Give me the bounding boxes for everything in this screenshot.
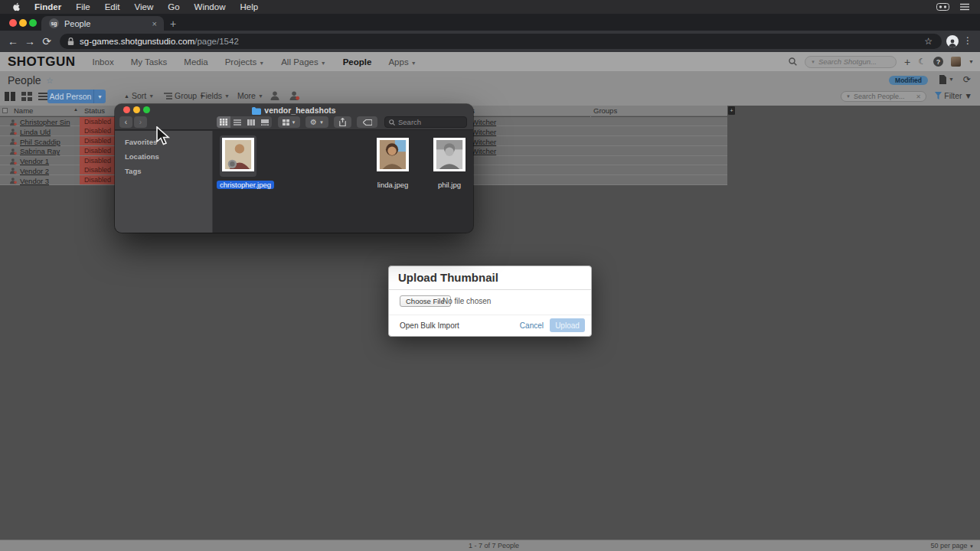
- lock-icon: [67, 37, 74, 46]
- view-panel-icon[interactable]: [5, 92, 15, 101]
- person-name-link[interactable]: Vendor 3: [20, 177, 49, 185]
- column-header-groups[interactable]: Groups: [593, 106, 617, 115]
- menu-file[interactable]: File: [76, 2, 90, 11]
- project-link[interactable]: Witcher: [472, 118, 496, 126]
- tags-button[interactable]: [357, 116, 377, 128]
- person-name-link[interactable]: Vendor 1: [20, 157, 49, 165]
- file-item-linda[interactable]: linda.jpeg: [371, 135, 414, 191]
- finder-search-input[interactable]: Search: [384, 116, 467, 128]
- user-avatar[interactable]: [951, 57, 961, 67]
- browser-menu-icon[interactable]: ⋮: [963, 35, 972, 46]
- person-status-icon[interactable]: [289, 91, 300, 100]
- open-bulk-import-link[interactable]: Open Bulk Import: [400, 321, 459, 330]
- view-grid-icon[interactable]: [21, 92, 32, 101]
- global-search-input[interactable]: ▼Search Shotgun...: [805, 56, 897, 68]
- window-minimize-button[interactable]: [19, 19, 27, 27]
- refresh-icon[interactable]: ⟳: [963, 74, 971, 85]
- follow-person-icon[interactable]: [270, 91, 280, 100]
- action-gear-button[interactable]: ⚙▼: [305, 116, 328, 128]
- per-page-selector[interactable]: 50 per page ▼: [930, 542, 974, 549]
- window-zoom-button[interactable]: [29, 19, 37, 27]
- share-button[interactable]: [334, 116, 351, 128]
- address-bar[interactable]: sg-games.shotgunstudio.com/page/1542 ☆: [60, 34, 942, 49]
- finder-file-area[interactable]: christopher.jpeg linda.jpeg phil.jpg sab…: [213, 131, 473, 233]
- menu-view[interactable]: View: [135, 2, 154, 11]
- reload-button[interactable]: ⟳: [38, 35, 55, 47]
- upload-thumbnail-dialog: Upload Thumbnail Choose File No file cho…: [388, 266, 592, 337]
- person-name-link[interactable]: Christopher Sin: [20, 118, 70, 126]
- group-by-button[interactable]: ▼: [278, 116, 300, 128]
- add-person-dropdown[interactable]: ▼: [94, 90, 106, 103]
- nav-apps[interactable]: Apps▼: [388, 57, 416, 67]
- person-name-link[interactable]: Linda Uld: [20, 128, 51, 136]
- sidebar-section-locations[interactable]: Locations: [125, 152, 159, 161]
- tab-close-icon[interactable]: ×: [152, 19, 157, 28]
- fields-button[interactable]: Fields▼: [201, 91, 230, 100]
- upload-button[interactable]: Upload: [550, 318, 585, 332]
- column-header-status[interactable]: Status: [84, 106, 105, 115]
- project-link[interactable]: Witcher: [472, 138, 496, 146]
- more-button[interactable]: More▼: [237, 91, 263, 100]
- search-icon[interactable]: [789, 57, 797, 66]
- group-button[interactable]: Group▼: [164, 91, 204, 100]
- file-item-christopher[interactable]: christopher.jpeg: [217, 135, 260, 191]
- bookmark-star-icon[interactable]: ☆: [924, 36, 933, 47]
- filter-button[interactable]: Filter▼: [935, 91, 972, 100]
- cancel-button[interactable]: Cancel: [520, 321, 544, 330]
- icon-view-button[interactable]: [217, 116, 230, 128]
- file-item-phil[interactable]: phil.jpg: [428, 135, 471, 191]
- new-tab-button[interactable]: +: [170, 18, 176, 30]
- column-view-button[interactable]: [244, 116, 258, 128]
- sidebar-section-tags[interactable]: Tags: [125, 167, 141, 175]
- nav-people[interactable]: People: [343, 57, 372, 67]
- nav-inbox[interactable]: Inbox: [93, 57, 114, 67]
- back-button[interactable]: ←: [5, 35, 21, 47]
- search-people-input[interactable]: ▼Search People...✕: [841, 91, 926, 102]
- person-name-link[interactable]: Sabrina Ray: [20, 147, 60, 155]
- project-link[interactable]: Witcher: [472, 147, 496, 155]
- menu-edit[interactable]: Edit: [105, 2, 120, 11]
- add-person-button[interactable]: Add Person ▼: [47, 90, 106, 103]
- project-link[interactable]: Witcher: [472, 128, 496, 136]
- gallery-view-button[interactable]: [258, 116, 272, 128]
- page-file-icon[interactable]: [939, 75, 946, 84]
- person-name-link[interactable]: Phil Scaddip: [20, 138, 60, 146]
- nav-all-pages[interactable]: All Pages▼: [281, 57, 326, 67]
- finder-view-switcher[interactable]: [217, 116, 272, 128]
- list-view-button[interactable]: [230, 116, 244, 128]
- nav-media[interactable]: Media: [184, 57, 207, 67]
- select-all-checkbox[interactable]: [2, 108, 8, 113]
- favorite-star-icon[interactable]: ☆: [46, 76, 54, 86]
- menu-window[interactable]: Window: [194, 2, 226, 11]
- menu-help[interactable]: Help: [240, 2, 258, 11]
- add-column-button[interactable]: +: [728, 106, 735, 115]
- help-icon[interactable]: ?: [933, 57, 943, 67]
- dialog-title: Upload Thumbnail: [398, 271, 498, 284]
- chevron-down-icon[interactable]: ▼: [949, 77, 954, 82]
- clear-search-icon[interactable]: ✕: [916, 93, 921, 100]
- sort-button[interactable]: ▲Sort▼: [124, 91, 154, 100]
- menubar-control-icon[interactable]: [936, 3, 949, 11]
- browser-tab-people[interactable]: sg People ×: [41, 16, 164, 31]
- add-icon[interactable]: +: [904, 56, 910, 68]
- shotgun-logo[interactable]: SHOTGUN: [8, 54, 76, 70]
- file-name[interactable]: phil.jpg: [435, 181, 464, 189]
- chevron-down-icon[interactable]: ▼: [969, 59, 974, 64]
- finder-back-button[interactable]: ‹: [119, 116, 132, 128]
- finder-forward-button[interactable]: ›: [134, 116, 147, 128]
- browser-profile-avatar[interactable]: [946, 35, 959, 47]
- menubar-list-icon[interactable]: [960, 3, 969, 11]
- menubar-app-name[interactable]: Finder: [34, 2, 61, 11]
- file-name[interactable]: linda.jpeg: [374, 181, 412, 189]
- person-name-link[interactable]: Vendor 2: [20, 167, 49, 175]
- moon-icon[interactable]: ☾: [918, 57, 926, 67]
- forward-button[interactable]: →: [21, 35, 38, 47]
- sidebar-section-favorites[interactable]: Favorites: [125, 138, 157, 146]
- file-name[interactable]: christopher.jpeg: [217, 181, 274, 189]
- apple-icon[interactable]: [12, 2, 21, 11]
- menu-go[interactable]: Go: [168, 2, 179, 11]
- nav-projects[interactable]: Projects▼: [225, 57, 264, 67]
- column-header-name[interactable]: Name: [14, 106, 33, 115]
- window-close-button[interactable]: [9, 19, 17, 27]
- nav-my-tasks[interactable]: My Tasks: [131, 57, 168, 67]
